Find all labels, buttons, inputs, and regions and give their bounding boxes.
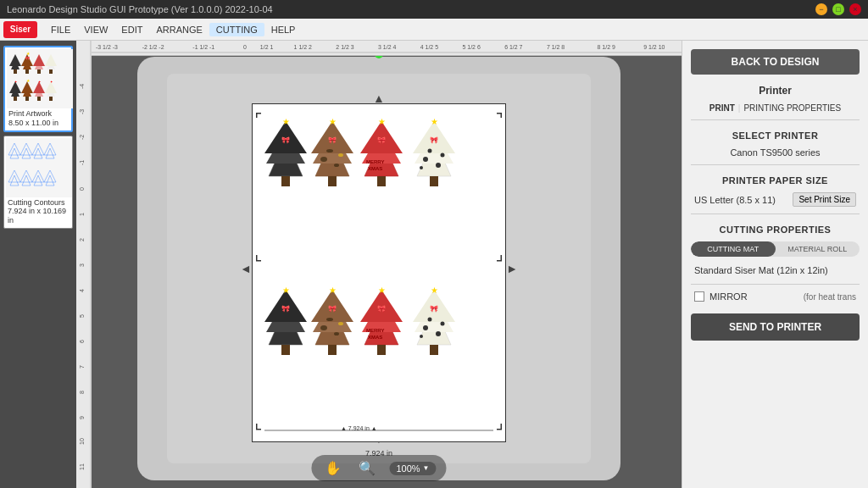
svg-text:★: ★	[431, 117, 438, 126]
svg-text:5: 5	[79, 314, 85, 318]
mirror-checkbox[interactable]	[694, 291, 704, 302]
svg-text:★: ★	[329, 117, 337, 126]
menu-file[interactable]: FILE	[44, 23, 77, 36]
svg-text:7: 7	[79, 365, 85, 369]
svg-marker-40	[22, 175, 31, 186]
menu-arrange[interactable]: ARRANGE	[149, 23, 209, 36]
svg-point-109	[436, 163, 441, 168]
svg-rect-23	[37, 97, 41, 101]
svg-rect-89	[328, 176, 337, 186]
svg-text:1/2  1: 1/2 1	[260, 44, 274, 50]
menu-edit[interactable]: EDIT	[114, 23, 149, 36]
svg-marker-38	[10, 175, 19, 186]
print-tab[interactable]: PRINT	[709, 103, 735, 113]
zoom-tool-button[interactable]: 🔍	[355, 458, 379, 478]
material-roll-tab[interactable]: MATERIAL ROLL	[776, 241, 860, 257]
menu-cutting[interactable]: CUTTING	[209, 23, 264, 36]
right-panel: BACK TO DESIGN Printer PRINT | PRINTING …	[682, 41, 868, 488]
svg-point-136	[338, 322, 343, 325]
thumbnail-print-artwork[interactable]: ★ 🎀	[3, 46, 73, 132]
svg-point-133	[320, 325, 327, 330]
svg-marker-44	[46, 175, 54, 186]
svg-marker-18	[21, 81, 33, 93]
svg-text:3 1/2  4: 3 1/2 4	[378, 44, 396, 50]
printer-value: Canon TS9500 series	[691, 147, 860, 158]
svg-marker-31	[8, 143, 20, 155]
thumbnail-cutting-contours[interactable]: Cutting Contours 7.924 in x 10.169 in	[3, 136, 73, 229]
svg-text:1: 1	[79, 213, 85, 216]
send-to-printer-button[interactable]: SEND TO PRINTER	[691, 313, 860, 341]
svg-rect-116	[256, 113, 258, 118]
maximize-button[interactable]: □	[832, 3, 844, 15]
canvas-area[interactable]: -4 -3 -2 -1 0 1 2 3 4 5 6 7 8 9 10 11	[76, 41, 682, 488]
svg-rect-99	[377, 176, 386, 186]
svg-text:-3 1/2 -3: -3 1/2 -3	[96, 44, 118, 50]
divider-1	[691, 119, 860, 120]
thumb-img-artwork: ★ 🎀	[7, 49, 73, 108]
paper-size-section-title: PRINTER PAPER SIZE	[691, 175, 860, 186]
svg-point-111	[441, 152, 445, 157]
svg-text:🎀: 🎀	[328, 304, 337, 313]
menu-help[interactable]: HELP	[264, 23, 303, 36]
set-print-size-button[interactable]: Set Print Size	[793, 192, 856, 207]
svg-text:🎀: 🎀	[377, 136, 386, 144]
svg-point-154	[441, 321, 445, 325]
cutting-props-title: CUTTING PROPERTIES	[691, 225, 860, 235]
pan-tool-button[interactable]: ✋	[321, 458, 345, 478]
svg-text:★: ★	[378, 117, 386, 126]
print-area[interactable]: ★ 🎀	[252, 103, 506, 442]
printer-sub-tabs: PRINT | PRINTING PROPERTIES	[691, 103, 860, 113]
svg-text:6 1/2  7: 6 1/2 7	[504, 44, 522, 50]
mat-label: Standard Siser Mat (12in x 12in)	[691, 263, 860, 277]
svg-marker-9	[33, 54, 45, 66]
svg-text:✦: ✦	[14, 80, 18, 84]
left-panel: ★ 🎀	[0, 41, 76, 488]
svg-rect-107	[430, 176, 438, 186]
minimize-button[interactable]: −	[815, 3, 827, 15]
back-to-design-button[interactable]: BACK TO DESIGN	[691, 49, 860, 75]
svg-marker-36	[46, 148, 54, 158]
svg-rect-126	[281, 345, 290, 355]
svg-rect-121	[497, 260, 502, 262]
svg-point-93	[338, 153, 343, 157]
svg-rect-161	[501, 424, 503, 429]
paper-size-row: US Letter (8.5 x 11) Set Print Size	[691, 192, 860, 207]
svg-text:10: 10	[79, 438, 85, 445]
svg-text:2: 2	[79, 238, 85, 241]
svg-text:-4: -4	[79, 84, 85, 89]
trees-row-1: ★ 🎀	[253, 104, 505, 273]
ruler-horizontal: -3 1/2 -3 -2 1/2 -2 -1 1/2 -1 0 1/2 1 1 …	[92, 41, 682, 56]
printing-properties-tab[interactable]: PRINTING PROPERTIES	[743, 103, 841, 113]
svg-rect-150	[430, 345, 438, 355]
ruler-vertical: -4 -3 -2 -1 0 1 2 3 4 5 6 7 8 9 10 11	[76, 41, 92, 488]
svg-rect-142	[377, 345, 386, 355]
svg-text:XMAS: XMAS	[368, 335, 382, 340]
zoom-level[interactable]: 100% ▼	[389, 462, 436, 475]
svg-text:7 1/2  8: 7 1/2 8	[547, 44, 565, 50]
zoom-dropdown-arrow[interactable]: ▼	[423, 464, 430, 472]
canvas-selection: ▲ ▼ ◄ ►	[252, 103, 506, 434]
svg-text:★: ★	[26, 78, 31, 83]
menu-view[interactable]: VIEW	[77, 23, 114, 36]
thumb-artwork-label: Print Artwork 8.50 x 11.00 in	[7, 108, 70, 129]
svg-text:🎀: 🎀	[281, 304, 290, 313]
svg-marker-33	[20, 143, 32, 155]
mirror-label: MIRROR	[709, 291, 748, 302]
resize-handle-right[interactable]: ►	[506, 262, 518, 275]
resize-handle-left[interactable]: ◄	[240, 262, 252, 275]
cutting-mat-tab[interactable]: CUTTING MAT	[691, 241, 776, 257]
divider-2	[691, 164, 860, 165]
svg-marker-37	[44, 143, 56, 155]
svg-text:★: ★	[431, 286, 438, 295]
close-button[interactable]: ×	[849, 3, 861, 15]
svg-point-108	[423, 157, 428, 162]
svg-marker-43	[32, 170, 44, 182]
svg-point-112	[420, 166, 423, 169]
titlebar-controls[interactable]: − □ ×	[815, 3, 861, 15]
svg-text:🎀: 🎀	[25, 56, 30, 60]
svg-marker-45	[44, 170, 56, 182]
thumb-img-contours	[6, 138, 72, 197]
svg-rect-5	[25, 69, 29, 74]
svg-rect-119	[256, 260, 261, 262]
svg-text:9 1/2  10: 9 1/2 10	[643, 44, 665, 50]
